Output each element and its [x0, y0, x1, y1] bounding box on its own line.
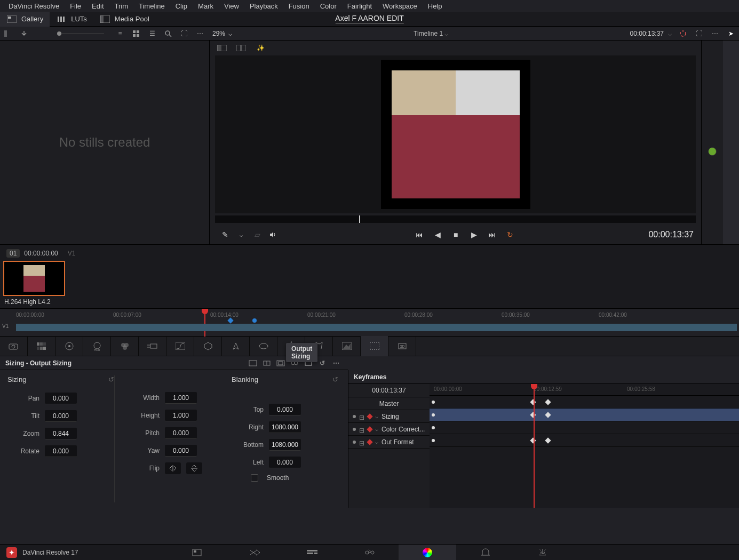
play-button[interactable]: ▶ — [466, 227, 482, 243]
enable-dot[interactable] — [353, 441, 356, 444]
keyframe-marker[interactable] — [530, 412, 536, 418]
window-icon[interactable] — [250, 336, 277, 356]
mini-v1-track[interactable] — [16, 324, 737, 331]
zoom-input[interactable] — [45, 428, 77, 439]
color-checker-icon[interactable] — [28, 336, 55, 356]
media-page-button[interactable] — [168, 545, 226, 561]
color-warper-icon[interactable] — [194, 336, 222, 356]
luts-toggle[interactable]: LUTs — [50, 12, 93, 27]
mini-timeline[interactable]: 00:00:00:00 00:00:07:00 00:00:14:00 00:0… — [0, 308, 739, 336]
edit-page-button[interactable] — [283, 545, 341, 561]
gallery-toggle[interactable]: Gallery — [0, 12, 50, 27]
project-name[interactable]: Axel F AARON EDIT — [335, 14, 403, 24]
qualifier-icon[interactable] — [222, 336, 250, 356]
enable-dot[interactable] — [353, 428, 356, 431]
bypass-icon[interactable] — [675, 27, 691, 41]
keyframe-icon[interactable] — [367, 426, 372, 432]
menu-fusion[interactable]: Fusion — [283, 0, 315, 12]
clip-thumbnail[interactable] — [3, 261, 65, 296]
viewer-timecode[interactable]: 00:00:13:37 — [626, 30, 668, 37]
viewer-scrubber[interactable] — [215, 215, 696, 223]
reset-icon[interactable]: ↺ — [332, 375, 338, 383]
keyframe-marker[interactable] — [432, 401, 435, 404]
keyframe-marker[interactable] — [432, 413, 435, 417]
menu-edit[interactable]: Edit — [86, 0, 109, 12]
smooth-checkbox[interactable] — [251, 474, 258, 482]
keyframe-marker[interactable] — [545, 412, 551, 418]
pan-input[interactable] — [45, 393, 77, 404]
fairlight-page-button[interactable] — [456, 545, 514, 561]
bottom-input[interactable] — [269, 439, 301, 451]
sizing-mode-3-icon[interactable] — [274, 358, 287, 369]
menu-clip[interactable]: Clip — [170, 0, 193, 12]
width-input[interactable] — [165, 392, 197, 404]
tilt-input[interactable] — [45, 410, 77, 422]
reset-icon[interactable]: ↺ — [108, 375, 114, 383]
search-icon[interactable] — [160, 27, 176, 41]
menu-color[interactable]: Color — [315, 0, 342, 12]
sizing-icon[interactable]: 3D — [388, 336, 416, 356]
stop-button[interactable]: ■ — [448, 227, 464, 243]
list-icon[interactable]: ☰ — [144, 27, 160, 41]
color-wheels-icon[interactable] — [55, 336, 83, 356]
menu-fairlight[interactable]: Fairlight — [342, 0, 377, 12]
menu-timeline[interactable]: Timeline — [133, 0, 170, 12]
next-clip-button[interactable]: ⏭ — [484, 227, 500, 243]
thumbnail-slider[interactable] — [53, 27, 107, 41]
fusion-page-button[interactable] — [341, 545, 399, 561]
rgb-mixer-icon[interactable] — [111, 336, 139, 356]
menu-view[interactable]: View — [219, 0, 244, 12]
keyframe-marker[interactable] — [545, 399, 551, 405]
sizing-mode-2-icon[interactable] — [260, 358, 273, 369]
more-icon[interactable]: ⋯ — [330, 358, 343, 369]
mini-ruler[interactable]: 00:00:00:00 00:00:07:00 00:00:14:00 00:0… — [0, 309, 739, 324]
keyframe-timeline[interactable]: 00:00:00:00 00:00:12:59 00:00:25:58 — [430, 384, 739, 508]
yaw-input[interactable] — [165, 445, 197, 457]
cut-page-button[interactable] — [226, 545, 283, 561]
motion-effects-icon[interactable] — [139, 336, 166, 356]
sizing-mode-1-icon[interactable] — [247, 358, 259, 369]
reset-icon[interactable]: ↺ — [316, 358, 329, 369]
unmix-icon[interactable]: ▱ — [249, 227, 265, 243]
hdr-icon[interactable]: HDR — [83, 336, 111, 356]
curves-icon[interactable] — [166, 336, 194, 356]
transport-timecode[interactable]: 00:00:13:37 — [648, 230, 694, 239]
timeline-dropdown[interactable]: Timeline 1 ⌵ — [236, 30, 626, 37]
lock-icon[interactable]: ⊟ — [359, 439, 364, 445]
prev-clip-button[interactable]: ⏮ — [411, 227, 427, 243]
chevron-down-icon[interactable]: ⌵ — [375, 439, 378, 445]
menu-file[interactable]: File — [65, 0, 86, 12]
still-sort-icon[interactable] — [0, 27, 16, 41]
kf-outformat-row[interactable]: ⊟⌵Out Format — [348, 436, 430, 449]
top-input[interactable] — [269, 404, 301, 415]
pitch-input[interactable] — [165, 427, 197, 439]
keyframe-marker[interactable] — [530, 399, 536, 405]
keyframe-icon[interactable] — [367, 439, 372, 445]
keyframe-marker[interactable] — [432, 439, 435, 442]
kf-playhead[interactable] — [534, 384, 535, 508]
more-icon[interactable]: ⋯ — [707, 27, 723, 41]
highlight-icon[interactable]: ✨ — [253, 43, 267, 53]
reverse-play-button[interactable]: ◀ — [430, 227, 446, 243]
menu-help[interactable]: Help — [423, 0, 448, 12]
blur-icon[interactable] — [333, 336, 361, 356]
menu-mark[interactable]: Mark — [193, 0, 219, 12]
split-icon[interactable] — [234, 43, 248, 53]
left-input[interactable] — [269, 457, 301, 468]
picker-icon[interactable]: ✎ — [217, 227, 233, 243]
color-page-button[interactable] — [399, 545, 456, 561]
menu-trim[interactable]: Trim — [109, 0, 134, 12]
image-wipe-icon[interactable] — [215, 43, 229, 53]
camera-raw-icon[interactable] — [0, 336, 28, 356]
keyframe-marker[interactable] — [432, 426, 435, 429]
node-indicator[interactable] — [708, 147, 717, 156]
flip-h-button[interactable] — [165, 462, 181, 474]
menu-workspace[interactable]: Workspace — [377, 0, 423, 12]
grid-icon[interactable] — [128, 27, 144, 41]
kf-master-row[interactable]: Master — [348, 397, 430, 410]
lock-icon[interactable]: ⊟ — [359, 427, 364, 432]
deliver-page-button[interactable] — [514, 545, 571, 561]
speaker-icon[interactable] — [265, 227, 281, 243]
chevron-down-icon[interactable]: ⌵ — [233, 227, 249, 243]
pointer-icon[interactable]: ➤ — [723, 27, 739, 41]
